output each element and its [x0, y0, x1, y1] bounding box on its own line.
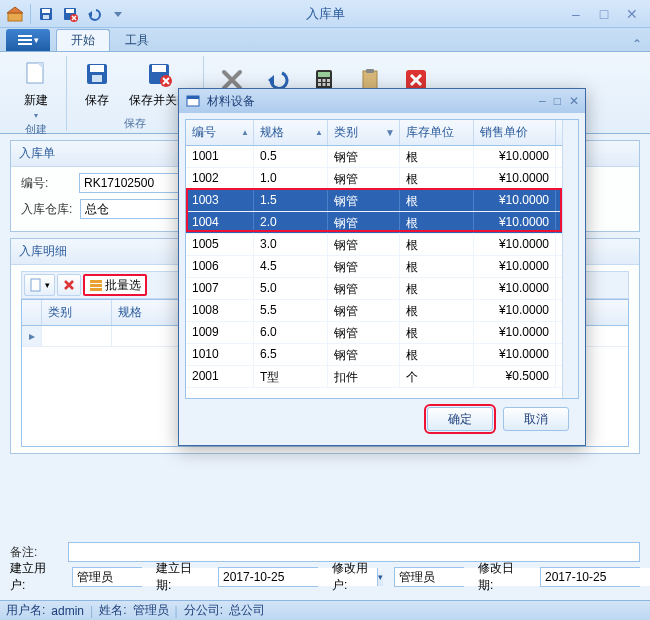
app-icon[interactable] [4, 3, 26, 25]
status-name: 管理员 [133, 602, 169, 619]
table-row[interactable]: 10010.5钢管根¥10.0000 [186, 146, 562, 168]
svg-rect-19 [152, 65, 166, 72]
titlebar: 入库单 – □ ✕ [0, 0, 650, 28]
created-by-combo[interactable]: ▾ [72, 567, 142, 587]
cancel-button[interactable]: 取消 [503, 407, 569, 431]
table-row[interactable]: 10096.0钢管根¥10.0000 [186, 322, 562, 344]
note-input[interactable] [68, 542, 640, 562]
group-label-save: 保存 [124, 116, 146, 131]
batch-select-label: 批量选 [105, 277, 141, 294]
status-name-label: 姓名: [99, 602, 126, 619]
window-controls: – □ ✕ [566, 5, 650, 23]
dialog-maximize-icon[interactable]: □ [554, 94, 561, 108]
table-row[interactable]: 10042.0钢管根¥10.0000 [186, 212, 562, 234]
svg-rect-36 [90, 288, 102, 291]
row-indicator-head [22, 300, 42, 325]
col-price[interactable]: 销售单价 [474, 120, 556, 145]
close-button[interactable]: ✕ [622, 5, 642, 23]
qat-save-close-icon[interactable] [59, 3, 81, 25]
col-category[interactable]: 类别▼ [328, 120, 400, 145]
svg-rect-34 [90, 280, 102, 283]
row-indicator-icon: ▸ [22, 326, 42, 346]
ribbon-tabs: ▾ 开始 工具 ⌃ [0, 28, 650, 52]
svg-rect-31 [366, 69, 374, 73]
svg-marker-9 [114, 12, 122, 17]
col-category[interactable]: 类别 [42, 300, 112, 325]
status-user: admin [51, 604, 84, 618]
dialog-title: 材料设备 [207, 93, 255, 110]
table-row[interactable]: 2001T型扣件个¥0.5000 [186, 366, 562, 388]
table-row[interactable]: 10075.0钢管根¥10.0000 [186, 278, 562, 300]
window-title: 入库单 [306, 5, 345, 23]
save-close-icon [143, 58, 175, 90]
save-button[interactable]: 保存 [75, 56, 119, 111]
svg-rect-17 [92, 75, 102, 82]
svg-marker-1 [7, 7, 23, 13]
detail-batch-select-button[interactable]: 批量选 [83, 274, 147, 296]
svg-rect-4 [43, 15, 49, 19]
maximize-button[interactable]: □ [594, 5, 614, 23]
col-spec[interactable]: 规格▲ [254, 120, 328, 145]
dialog-footer: 确定 取消 [185, 399, 579, 439]
svg-rect-26 [327, 79, 330, 82]
new-button[interactable]: 新建 ▾ [14, 56, 58, 122]
dialog-minimize-icon[interactable]: – [539, 94, 546, 108]
svg-rect-38 [187, 96, 199, 99]
table-row[interactable]: 10064.5钢管根¥10.0000 [186, 256, 562, 278]
created-by-label: 建立用户: [10, 560, 58, 594]
ribbon-collapse-icon[interactable]: ⌃ [624, 37, 650, 51]
modified-by-label: 修改用户: [332, 560, 380, 594]
table-row[interactable]: 10031.5钢管根¥10.0000 [186, 190, 562, 212]
svg-rect-27 [318, 83, 321, 86]
svg-rect-33 [31, 279, 40, 291]
svg-rect-11 [18, 39, 32, 41]
modified-at-label: 修改日期: [478, 560, 526, 594]
detail-new-button[interactable]: ▾ [24, 274, 55, 296]
code-label: 编号: [21, 175, 71, 192]
modified-by-combo[interactable]: ▾ [394, 567, 464, 587]
tab-start[interactable]: 开始 [56, 29, 110, 51]
minimize-button[interactable]: – [566, 5, 586, 23]
vertical-scrollbar[interactable] [562, 120, 578, 398]
svg-rect-35 [90, 284, 102, 287]
tab-tools[interactable]: 工具 [110, 29, 164, 51]
ribbon-file-menu[interactable]: ▾ [6, 29, 50, 51]
qat-undo-icon[interactable] [83, 3, 105, 25]
svg-rect-6 [66, 9, 74, 13]
audit-row: 建立用户: ▾ 建立日期: ▾ 修改用户: ▾ 修改日期: ▾ [10, 560, 640, 594]
dialog-icon [185, 93, 201, 109]
col-unit[interactable]: 库存单位 [400, 120, 474, 145]
table-row[interactable]: 10085.5钢管根¥10.0000 [186, 300, 562, 322]
svg-rect-28 [323, 83, 326, 86]
status-user-label: 用户名: [6, 602, 45, 619]
dialog-body: 编号▲ 规格▲ 类别▼ 库存单位 销售单价 10010.5钢管根¥10.0000… [179, 113, 585, 445]
svg-rect-24 [318, 79, 321, 82]
quick-access-toolbar [0, 3, 133, 25]
svg-rect-3 [42, 9, 50, 13]
svg-rect-10 [18, 35, 32, 37]
status-bar: 用户名: admin | 姓名: 管理员 | 分公司: 总公司 [0, 600, 650, 620]
save-icon [81, 58, 113, 90]
code-input[interactable] [79, 173, 189, 193]
material-grid[interactable]: 编号▲ 规格▲ 类别▼ 库存单位 销售单价 10010.5钢管根¥10.0000… [185, 119, 579, 399]
dialog-titlebar[interactable]: 材料设备 – □ ✕ [179, 89, 585, 113]
ok-button[interactable]: 确定 [427, 407, 493, 431]
svg-rect-12 [18, 43, 32, 45]
col-id[interactable]: 编号▲ [186, 120, 254, 145]
created-at-combo[interactable]: ▾ [218, 567, 318, 587]
created-at-label: 建立日期: [156, 560, 204, 594]
col-spec[interactable]: 规格 [112, 300, 182, 325]
material-grid-header: 编号▲ 规格▲ 类别▼ 库存单位 销售单价 [186, 120, 562, 146]
svg-rect-0 [8, 13, 22, 21]
table-row[interactable]: 10053.0钢管根¥10.0000 [186, 234, 562, 256]
dialog-close-icon[interactable]: ✕ [569, 94, 579, 108]
qat-dropdown-icon[interactable] [107, 3, 129, 25]
detail-delete-button[interactable] [57, 274, 81, 296]
warehouse-combo[interactable]: ▾ [80, 199, 190, 219]
material-dialog: 材料设备 – □ ✕ 编号▲ 规格▲ 类别▼ 库存单位 销售单价 10010.5… [178, 88, 586, 446]
filter-icon[interactable]: ▼ [385, 127, 395, 138]
table-row[interactable]: 10021.0钢管根¥10.0000 [186, 168, 562, 190]
table-row[interactable]: 10106.5钢管根¥10.0000 [186, 344, 562, 366]
qat-save-icon[interactable] [35, 3, 57, 25]
modified-at-combo[interactable]: ▾ [540, 567, 640, 587]
